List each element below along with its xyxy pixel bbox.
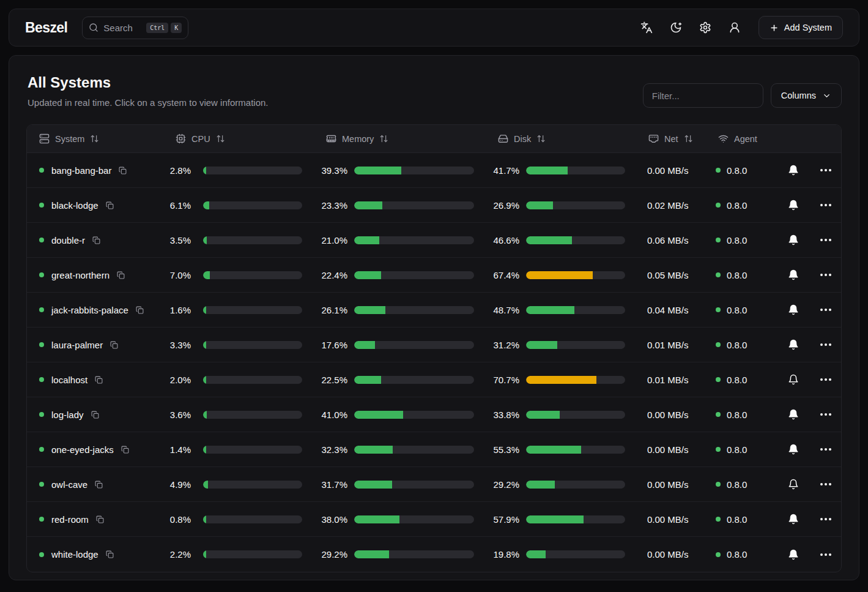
ellipsis-icon <box>825 274 827 276</box>
copy-icon[interactable] <box>95 481 103 489</box>
table-row[interactable]: log-lady 3.6% 41.0% 33.8% 0.00 MB/s 0.8.… <box>27 397 841 432</box>
alerts-button[interactable] <box>784 475 803 493</box>
row-menu-button[interactable] <box>818 478 834 490</box>
settings-button[interactable] <box>694 16 717 39</box>
bell-filled-icon <box>788 165 799 176</box>
copy-icon[interactable] <box>106 550 114 558</box>
app-logo[interactable]: Beszel <box>25 20 67 36</box>
kbd-k: K <box>171 23 182 33</box>
ellipsis-icon <box>829 483 831 485</box>
ellipsis-icon <box>829 169 831 171</box>
cpu-value: 7.0% <box>155 270 191 280</box>
row-menu-button[interactable] <box>818 304 834 316</box>
copy-icon[interactable] <box>96 515 104 523</box>
alerts-button[interactable] <box>784 370 803 389</box>
table-row[interactable]: owl-cave 4.9% 31.7% 29.2% 0.00 MB/s 0.8.… <box>27 467 841 502</box>
row-menu-button[interactable] <box>818 408 834 421</box>
column-header-net[interactable]: Net <box>647 133 716 144</box>
status-dot <box>39 238 44 242</box>
disk-meter <box>526 481 625 489</box>
copy-icon[interactable] <box>117 271 125 279</box>
row-menu-button[interactable] <box>818 339 834 351</box>
ellipsis-icon <box>820 274 823 276</box>
row-menu-button[interactable] <box>818 373 834 386</box>
row-menu-button[interactable] <box>818 164 834 176</box>
agent-status-dot <box>716 377 721 382</box>
columns-button[interactable]: Columns <box>771 83 842 108</box>
add-system-button[interactable]: Add System <box>759 16 843 39</box>
copy-icon[interactable] <box>92 236 100 244</box>
row-menu-button[interactable] <box>818 513 834 525</box>
alerts-button[interactable] <box>784 405 803 424</box>
row-menu-button[interactable] <box>818 269 834 281</box>
row-menu-button[interactable] <box>818 234 834 246</box>
table-row[interactable]: localhost 2.0% 22.5% 70.7% 0.01 MB/s 0.8… <box>27 362 841 397</box>
copy-icon[interactable] <box>121 446 129 454</box>
disk-value: 48.7% <box>483 305 519 315</box>
table-row[interactable]: red-room 0.8% 38.0% 57.9% 0.00 MB/s 0.8.… <box>27 502 841 537</box>
row-menu-button[interactable] <box>818 443 834 455</box>
copy-icon[interactable] <box>106 201 114 209</box>
ellipsis-icon <box>825 343 827 346</box>
table-row[interactable]: great-northern 7.0% 22.4% 67.4% 0.05 MB/… <box>27 258 841 293</box>
alerts-button[interactable] <box>784 545 803 564</box>
search-label: Search <box>103 23 133 33</box>
column-label-system: System <box>55 134 84 144</box>
memory-meter <box>354 376 474 384</box>
table-row[interactable]: jack-rabbits-palace 1.6% 26.1% 48.7% 0.0… <box>27 293 841 328</box>
agent-version: 0.8.0 <box>727 270 747 280</box>
wifi-icon <box>718 133 729 144</box>
memory-value: 21.0% <box>311 235 347 245</box>
alerts-button[interactable] <box>784 440 803 459</box>
table-row[interactable]: white-lodge 2.2% 29.2% 19.8% 0.00 MB/s 0… <box>27 537 841 572</box>
table-row[interactable]: one-eyed-jacks 1.4% 32.3% 55.3% 0.00 MB/… <box>27 432 841 467</box>
copy-icon[interactable] <box>95 376 103 384</box>
systems-table: System CPU Memory Disk Net <box>26 124 842 572</box>
column-header-system[interactable]: System <box>39 133 155 144</box>
system-name: great-northern <box>51 270 109 280</box>
alerts-button[interactable] <box>784 510 803 528</box>
ethernet-port-icon <box>648 133 659 144</box>
status-dot <box>39 168 44 173</box>
user-menu-button[interactable] <box>723 16 746 39</box>
column-header-memory[interactable]: Memory <box>311 133 483 144</box>
ellipsis-icon <box>820 448 823 451</box>
table-row[interactable]: bang-bang-bar 2.8% 39.3% 41.7% 0.00 MB/s… <box>27 153 841 188</box>
nav-actions: Add System <box>635 16 843 39</box>
copy-icon[interactable] <box>110 341 118 349</box>
disk-meter <box>526 341 625 349</box>
alerts-button[interactable] <box>784 266 803 284</box>
system-name: bang-bang-bar <box>51 165 111 176</box>
add-system-label: Add System <box>784 23 832 32</box>
alerts-button[interactable] <box>784 231 803 249</box>
column-header-disk[interactable]: Disk <box>483 133 647 144</box>
theme-toggle-button[interactable] <box>664 16 688 39</box>
table-row[interactable]: double-r 3.5% 21.0% 46.6% 0.06 MB/s 0.8.… <box>27 223 841 258</box>
status-dot <box>39 272 44 277</box>
status-dot <box>39 552 44 557</box>
agent-status-dot <box>716 552 721 557</box>
alerts-button[interactable] <box>784 161 803 179</box>
table-row[interactable]: laura-palmer 3.3% 17.6% 31.2% 0.01 MB/s … <box>27 328 841 362</box>
cpu-value: 1.6% <box>155 305 191 315</box>
net-value: 0.00 MB/s <box>647 444 716 455</box>
languages-button[interactable] <box>635 16 658 39</box>
column-header-cpu[interactable]: CPU <box>155 133 311 144</box>
row-menu-button[interactable] <box>818 199 834 211</box>
alerts-button[interactable] <box>784 335 803 354</box>
system-name: owl-cave <box>51 479 87 490</box>
row-menu-button[interactable] <box>818 549 834 561</box>
disk-value: 19.8% <box>483 549 519 560</box>
memory-meter <box>354 481 474 489</box>
cpu-meter <box>203 201 302 209</box>
copy-icon[interactable] <box>91 411 99 419</box>
disk-meter <box>526 201 625 209</box>
table-row[interactable]: black-lodge 6.1% 23.3% 26.9% 0.02 MB/s 0… <box>27 188 841 223</box>
alerts-button[interactable] <box>784 301 803 319</box>
alerts-button[interactable] <box>784 196 803 214</box>
copy-icon[interactable] <box>136 306 144 314</box>
filter-input[interactable] <box>643 83 763 108</box>
bell-filled-icon <box>788 200 799 211</box>
copy-icon[interactable] <box>119 167 127 174</box>
search-input[interactable]: Search Ctrl K <box>82 17 188 39</box>
